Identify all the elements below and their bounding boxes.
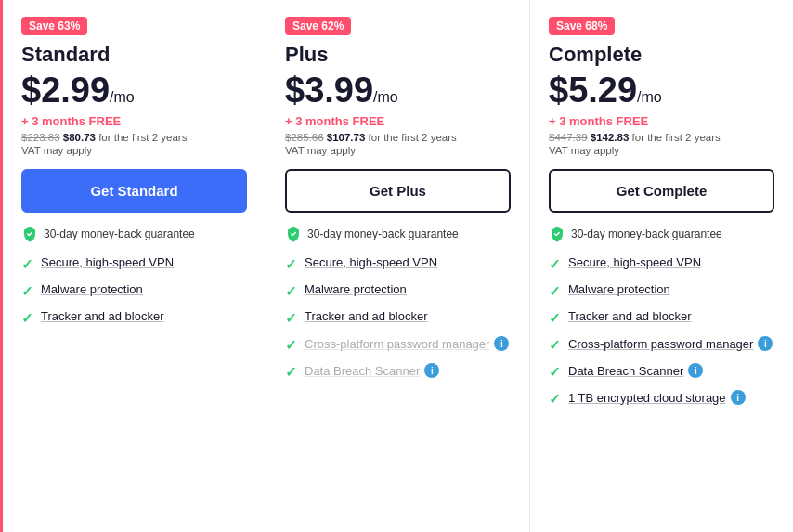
- price-row-complete: $5.29 /mo: [549, 71, 774, 110]
- feature-text-plus-3: Cross-platform password manager: [305, 337, 489, 351]
- check-icon-standard-0: ✓: [21, 256, 33, 273]
- free-months-standard: + 3 months FREE: [21, 114, 247, 128]
- feature-item-standard-0: ✓Secure, high-speed VPN: [21, 255, 247, 273]
- feature-text-standard-1: Malware protection: [41, 282, 143, 296]
- feature-item-plus-3: ✓Cross-platform password manageri: [285, 336, 511, 354]
- free-months-complete: + 3 months FREE: [549, 114, 774, 128]
- save-badge-plus: Save 62%: [285, 17, 351, 35]
- feature-text-wrapper-plus-3: Cross-platform password manageri: [305, 336, 509, 351]
- billing-info-standard: $223.83 $80.73 for the first 2 years: [21, 132, 247, 143]
- check-icon-complete-5: ✓: [549, 391, 561, 408]
- shield-icon-complete: [549, 226, 566, 242]
- plan-name-standard: Standard: [21, 43, 247, 67]
- feature-text-standard-2: Tracker and ad blocker: [41, 309, 163, 323]
- features-list-plus: ✓Secure, high-speed VPN✓Malware protecti…: [285, 255, 511, 381]
- feature-text-standard-0: Secure, high-speed VPN: [41, 255, 174, 269]
- check-icon-plus-4: ✓: [285, 364, 297, 381]
- plan-standard: Save 63%Standard $2.99 /mo + 3 months FR…: [0, 0, 266, 532]
- price-amount-standard: $2.99: [21, 71, 110, 110]
- price-mo-standard: /mo: [110, 89, 135, 106]
- feature-text-wrapper-plus-0: Secure, high-speed VPN: [305, 255, 437, 269]
- discounted-price-complete: $142.83: [591, 132, 630, 143]
- feature-text-wrapper-complete-2: Tracker and ad blocker: [568, 309, 691, 323]
- feature-text-plus-2: Tracker and ad blocker: [305, 309, 427, 323]
- feature-text-wrapper-complete-1: Malware protection: [568, 282, 670, 296]
- plan-plus: Save 62%Plus $3.99 /mo + 3 months FREE$2…: [266, 0, 530, 532]
- plan-complete: Save 68%Complete $5.29 /mo + 3 months FR…: [530, 0, 793, 532]
- feature-text-complete-5: 1 TB encrypted cloud storage: [568, 391, 726, 405]
- cta-button-complete[interactable]: Get Complete: [549, 169, 774, 213]
- check-icon-plus-0: ✓: [285, 256, 297, 273]
- discounted-price-plus: $107.73: [327, 132, 366, 143]
- feature-item-standard-1: ✓Malware protection: [21, 282, 247, 300]
- feature-item-complete-1: ✓Malware protection: [549, 282, 774, 300]
- feature-text-plus-0: Secure, high-speed VPN: [305, 255, 437, 269]
- check-icon-standard-1: ✓: [21, 283, 33, 300]
- guarantee-plus: 30-day money-back guarantee: [285, 226, 511, 242]
- feature-text-wrapper-complete-0: Secure, high-speed VPN: [568, 255, 701, 269]
- feature-text-wrapper-plus-1: Malware protection: [305, 282, 407, 296]
- feature-text-wrapper-standard-1: Malware protection: [41, 282, 143, 296]
- original-price-plus: $285.66: [285, 132, 324, 143]
- guarantee-text-plus: 30-day money-back guarantee: [307, 227, 459, 240]
- features-list-standard: ✓Secure, high-speed VPN✓Malware protecti…: [21, 255, 247, 327]
- feature-item-plus-2: ✓Tracker and ad blocker: [285, 309, 511, 327]
- info-icon-complete-3[interactable]: i: [758, 336, 773, 351]
- feature-text-complete-3: Cross-platform password manager: [568, 337, 753, 351]
- feature-text-wrapper-complete-4: Data Breach Scanneri: [568, 363, 703, 378]
- feature-item-plus-0: ✓Secure, high-speed VPN: [285, 255, 511, 273]
- check-icon-plus-1: ✓: [285, 283, 297, 300]
- cta-button-standard[interactable]: Get Standard: [21, 169, 247, 213]
- check-icon-complete-4: ✓: [549, 364, 561, 381]
- feature-item-plus-1: ✓Malware protection: [285, 282, 511, 300]
- price-mo-complete: /mo: [637, 89, 662, 106]
- pricing-container: Save 63%Standard $2.99 /mo + 3 months FR…: [0, 0, 793, 532]
- billing-info-plus: $285.66 $107.73 for the first 2 years: [285, 132, 511, 143]
- price-amount-complete: $5.29: [549, 71, 637, 110]
- guarantee-standard: 30-day money-back guarantee: [21, 226, 247, 242]
- vat-complete: VAT may apply: [549, 145, 774, 156]
- feature-text-wrapper-plus-2: Tracker and ad blocker: [305, 309, 427, 323]
- price-mo-plus: /mo: [373, 89, 398, 106]
- discounted-price-standard: $80.73: [63, 132, 96, 143]
- info-icon-complete-4[interactable]: i: [688, 363, 703, 378]
- feature-item-complete-0: ✓Secure, high-speed VPN: [549, 255, 774, 273]
- feature-item-complete-3: ✓Cross-platform password manageri: [549, 336, 774, 354]
- cta-button-plus[interactable]: Get Plus: [285, 169, 511, 213]
- feature-item-complete-5: ✓1 TB encrypted cloud storagei: [549, 390, 774, 408]
- check-icon-complete-1: ✓: [549, 283, 561, 300]
- vat-standard: VAT may apply: [21, 145, 247, 156]
- feature-text-plus-4: Data Breach Scanner: [305, 364, 420, 378]
- guarantee-text-complete: 30-day money-back guarantee: [571, 227, 722, 240]
- check-icon-complete-2: ✓: [549, 310, 561, 327]
- features-list-complete: ✓Secure, high-speed VPN✓Malware protecti…: [549, 255, 774, 408]
- price-amount-plus: $3.99: [285, 71, 373, 110]
- info-icon-complete-5[interactable]: i: [731, 390, 746, 405]
- feature-text-complete-4: Data Breach Scanner: [568, 364, 683, 378]
- check-icon-standard-2: ✓: [21, 310, 33, 327]
- check-icon-plus-3: ✓: [285, 337, 297, 354]
- price-row-standard: $2.99 /mo: [21, 71, 247, 110]
- feature-text-complete-1: Malware protection: [568, 282, 670, 296]
- info-icon-plus-4[interactable]: i: [424, 363, 439, 378]
- feature-text-wrapper-standard-2: Tracker and ad blocker: [41, 309, 163, 323]
- plan-name-plus: Plus: [285, 43, 511, 67]
- save-badge-complete: Save 68%: [549, 17, 615, 35]
- check-icon-complete-3: ✓: [549, 337, 561, 354]
- guarantee-text-standard: 30-day money-back guarantee: [44, 227, 195, 240]
- feature-item-standard-2: ✓Tracker and ad blocker: [21, 309, 247, 327]
- price-row-plus: $3.99 /mo: [285, 71, 511, 110]
- feature-text-wrapper-complete-3: Cross-platform password manageri: [568, 336, 773, 351]
- check-icon-complete-0: ✓: [549, 256, 561, 273]
- save-badge-standard: Save 63%: [21, 17, 87, 35]
- free-months-plus: + 3 months FREE: [285, 114, 511, 128]
- vat-plus: VAT may apply: [285, 145, 511, 156]
- feature-item-complete-2: ✓Tracker and ad blocker: [549, 309, 774, 327]
- feature-item-plus-4: ✓Data Breach Scanneri: [285, 363, 511, 381]
- feature-text-wrapper-plus-4: Data Breach Scanneri: [305, 363, 439, 378]
- shield-icon-plus: [285, 226, 302, 242]
- check-icon-plus-2: ✓: [285, 310, 297, 327]
- feature-text-plus-1: Malware protection: [305, 282, 407, 296]
- info-icon-plus-3[interactable]: i: [494, 336, 509, 351]
- shield-icon-standard: [21, 226, 38, 242]
